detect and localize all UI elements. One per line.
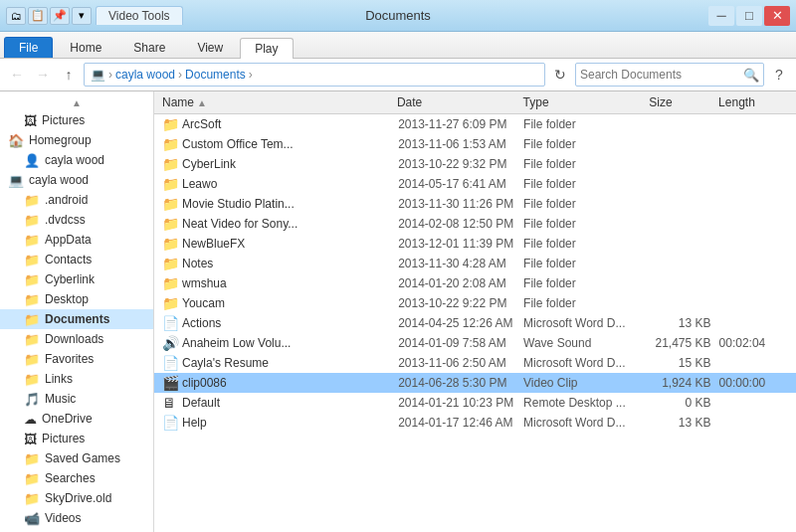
sidebar-item-label: Saved Games [45, 451, 120, 465]
sidebar-item-downloads[interactable]: 📁Downloads [0, 329, 153, 349]
file-size: 1,924 KB [649, 376, 719, 390]
folder-icon: ☁ [24, 412, 37, 427]
refresh-button[interactable]: ↻ [549, 64, 571, 86]
file-date: 2013-12-01 11:39 PM [398, 237, 523, 251]
sidebar-item-label: Homegroup [29, 133, 92, 147]
sidebar-item-links[interactable]: 📁Links [0, 369, 153, 389]
sidebar-item-searches[interactable]: 📁Searches [0, 468, 153, 488]
sidebar-item-label: Videos [45, 511, 81, 525]
folder-icon: 📁 [24, 233, 40, 248]
sidebar-item-music[interactable]: 🎵Music [0, 389, 153, 409]
sidebar-item-this-pc[interactable]: 💻This PC [0, 528, 153, 532]
sidebar-item-appdata[interactable]: 📁AppData [0, 230, 153, 250]
table-row[interactable]: 📁Notes2013-11-30 4:28 AMFile folder [154, 254, 796, 273]
col-header-date[interactable]: Date [397, 95, 523, 109]
table-row[interactable]: 🔊Anaheim Low Volu...2014-01-09 7:58 AMWa… [154, 333, 796, 353]
sidebar-item-cayla-wood-pc[interactable]: 💻cayla wood [0, 170, 153, 190]
folder-icon: 📁 [24, 312, 40, 327]
folder-icon: 📹 [24, 511, 40, 526]
file-date: 2013-11-30 4:28 AM [398, 257, 523, 270]
file-type: Video Clip [523, 376, 649, 390]
quick-access-icon3[interactable]: 📌 [50, 7, 70, 25]
col-header-size[interactable]: Size [649, 95, 718, 109]
sidebar-item-contacts[interactable]: 📁Contacts [0, 250, 153, 269]
quick-access-icon2[interactable]: 📋 [28, 7, 48, 25]
forward-button[interactable]: → [32, 64, 54, 86]
sidebar-item-pictures2[interactable]: 🖼Pictures [0, 429, 153, 448]
quick-access-icon1[interactable]: 🗂 [6, 7, 26, 25]
col-header-length[interactable]: Length [718, 95, 788, 109]
file-type-icon: 📁 [162, 196, 182, 212]
help-button[interactable]: ? [768, 64, 790, 86]
close-button[interactable]: ✕ [764, 6, 790, 26]
breadcrumb-user[interactable]: cayla wood [115, 68, 175, 82]
file-name: CyberLink [182, 157, 398, 171]
sidebar-item-label: Music [45, 392, 76, 406]
breadcrumb-documents[interactable]: Documents [185, 68, 246, 82]
ribbon-tab-home[interactable]: Home [55, 37, 116, 58]
file-type-icon: 📁 [162, 256, 182, 271]
table-row[interactable]: 📁Leawo2014-05-17 6:41 AMFile folder [154, 174, 796, 194]
file-type-icon: 📄 [162, 415, 182, 431]
address-path[interactable]: 💻 › cayla wood › Documents › [84, 63, 545, 87]
sidebar-scroll-up[interactable]: ▲ [0, 95, 153, 110]
table-row[interactable]: 📁Neat Video for Sony...2014-02-08 12:50 … [154, 214, 796, 234]
ribbon-tab-strip: FileHomeShareViewPlay [0, 32, 796, 58]
table-row[interactable]: 📁wmshua2014-01-20 2:08 AMFile folder [154, 273, 796, 293]
sidebar-item-dvdcss[interactable]: 📁.dvdcss [0, 210, 153, 230]
file-type: File folder [523, 157, 649, 171]
file-name: Default [182, 396, 398, 410]
file-length: 00:00:00 [719, 376, 788, 390]
table-row[interactable]: 📁CyberLink2013-10-22 9:32 PMFile folder [154, 154, 796, 174]
minimize-button[interactable]: ─ [708, 6, 734, 26]
up-button[interactable]: ↑ [58, 64, 80, 86]
file-type-icon: 📁 [162, 236, 182, 252]
back-button[interactable]: ← [6, 64, 28, 86]
file-name: Help [182, 416, 398, 430]
file-date: 2014-01-21 10:23 PM [398, 396, 523, 410]
sidebar-item-onedrive[interactable]: ☁OneDrive [0, 409, 153, 429]
ribbon-tab-view[interactable]: View [182, 37, 238, 58]
file-name: wmshua [182, 276, 398, 290]
sidebar-item-pictures[interactable]: 🖼Pictures [0, 110, 153, 130]
table-row[interactable]: 📄Help2014-01-17 12:46 AMMicrosoft Word D… [154, 413, 796, 433]
file-type: File folder [523, 276, 649, 290]
sidebar-item-label: OneDrive [42, 412, 93, 426]
window-controls[interactable]: ─ □ ✕ [708, 6, 790, 26]
table-row[interactable]: 📄Actions2014-04-25 12:26 AMMicrosoft Wor… [154, 313, 796, 333]
table-row[interactable]: 📁Custom Office Tem...2013-11-06 1:53 AMF… [154, 134, 796, 154]
search-input[interactable] [580, 68, 743, 82]
ribbon-tab-share[interactable]: Share [118, 37, 180, 58]
folder-icon: 📁 [24, 352, 40, 367]
sidebar-item-cyberlink[interactable]: 📁Cyberlink [0, 269, 153, 289]
ribbon-tab-play[interactable]: Play [240, 38, 293, 59]
sidebar-item-desktop[interactable]: 📁Desktop [0, 289, 153, 309]
table-row[interactable]: 📁Movie Studio Platin...2013-11-30 11:26 … [154, 194, 796, 214]
col-header-type[interactable]: Type [523, 95, 650, 109]
table-row[interactable]: 🖥Default2014-01-21 10:23 PMRemote Deskto… [154, 393, 796, 413]
sidebar-item-skydrive[interactable]: 📁SkyDrive.old [0, 488, 153, 508]
sidebar-item-favorites[interactable]: 📁Favorites [0, 349, 153, 369]
sidebar-item-saved-games[interactable]: 📁Saved Games [0, 448, 153, 468]
sidebar-item-label: .android [45, 193, 88, 207]
sidebar-item-documents[interactable]: 📁Documents [0, 309, 153, 329]
sidebar-item-homegroup[interactable]: 🏠Homegroup [0, 130, 153, 150]
file-date: 2013-11-06 2:50 AM [398, 356, 523, 370]
sidebar-item-videos[interactable]: 📹Videos [0, 508, 153, 528]
col-header-name[interactable]: Name ▲ [162, 95, 397, 109]
table-row[interactable]: 📁NewBlueFX2013-12-01 11:39 PMFile folder [154, 234, 796, 254]
search-box[interactable]: 🔍 [575, 63, 764, 87]
maximize-button[interactable]: □ [736, 6, 762, 26]
quick-access-dropdown[interactable]: ▾ [72, 7, 92, 25]
sidebar-item-cayla-wood-hg[interactable]: 👤cayla wood [0, 150, 153, 170]
table-row[interactable]: 📁Youcam2013-10-22 9:22 PMFile folder [154, 293, 796, 313]
file-size: 15 KB [649, 356, 719, 370]
table-row[interactable]: 📁ArcSoft2013-11-27 6:09 PMFile folder [154, 114, 796, 134]
table-row[interactable]: 🎬clip00862014-06-28 5:30 PMVideo Clip1,9… [154, 373, 796, 393]
sidebar-item-android[interactable]: 📁.android [0, 190, 153, 210]
ribbon-tab-file[interactable]: File [4, 37, 53, 58]
file-type-icon: 🎬 [162, 375, 182, 391]
search-icon: 🔍 [743, 68, 759, 83]
table-row[interactable]: 📄Cayla's Resume2013-11-06 2:50 AMMicroso… [154, 353, 796, 373]
main-container: ▲🖼Pictures🏠Homegroup👤cayla wood💻cayla wo… [0, 91, 796, 532]
